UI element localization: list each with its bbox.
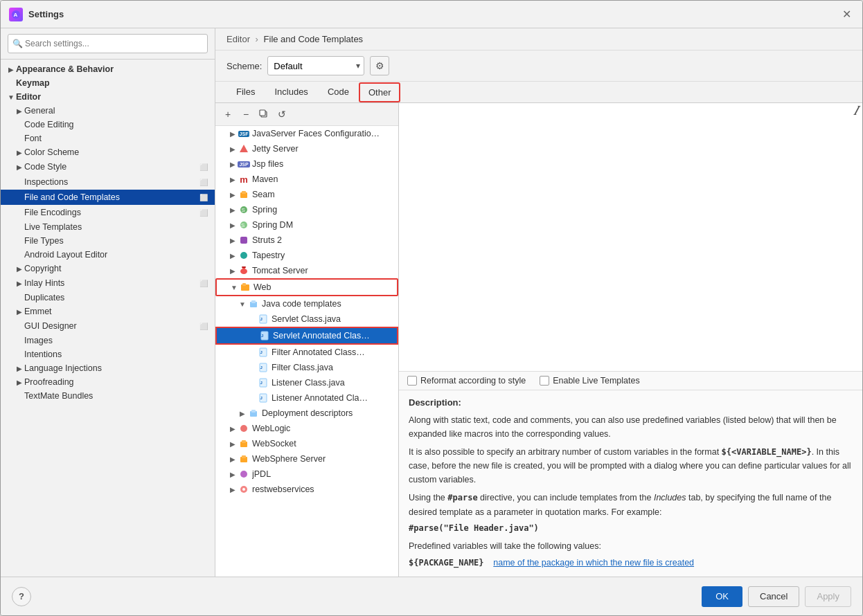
tab-files[interactable]: Files <box>226 82 265 103</box>
file-tree-item-maven[interactable]: ▶ m Maven <box>215 172 398 187</box>
file-icon-spring-dm: S <box>238 219 250 231</box>
cancel-button[interactable]: Cancel <box>748 586 799 607</box>
sidebar-item-label: Android Layout Editor <box>24 250 209 260</box>
sidebar-item-general[interactable]: ▶ General <box>1 104 215 118</box>
file-tree-item-java-code[interactable]: ▼ Java code templates <box>215 296 398 311</box>
sidebar-item-images[interactable]: Images <box>1 334 215 347</box>
file-tree-label: Listener Annotated Cla… <box>272 393 394 403</box>
sidebar-item-inlay-hints[interactable]: ▶ Inlay Hints ⬜ <box>1 275 215 291</box>
sidebar-item-file-code-templates[interactable]: File and Code Templates ⬜ <box>1 190 215 205</box>
sidebar-item-textmate[interactable]: TextMate Bundles <box>1 389 215 403</box>
file-icon-struts2 <box>238 234 250 246</box>
expand-icon: ▶ <box>228 486 238 493</box>
file-tree-item-weblogic[interactable]: ▶ WebLogic <box>215 421 398 436</box>
reformat-checkbox[interactable] <box>407 376 417 386</box>
sidebar-item-editor[interactable]: ▼ Editor <box>1 90 215 104</box>
file-tree-item-jsp[interactable]: ▶ JSP Jsp files <box>215 156 398 172</box>
editor-area[interactable]: 𝐼 <box>399 103 862 372</box>
sidebar-item-language-injections[interactable]: ▶ Language Injections <box>1 361 215 375</box>
sidebar-item-duplicates[interactable]: Duplicates <box>1 291 215 305</box>
file-tree-item-listener-annotated[interactable]: J Listener Annotated Cla… <box>215 390 398 406</box>
file-tree-item-websocket[interactable]: ▶ WebSocket <box>215 436 398 451</box>
copy-template-button[interactable] <box>256 106 272 123</box>
file-icon-seam <box>238 188 250 201</box>
sidebar-item-label: Language Injections <box>24 363 209 373</box>
tab-code[interactable]: Code <box>318 82 359 103</box>
sidebar-item-font[interactable]: Font <box>1 132 215 145</box>
file-tree-item-filter-annotated[interactable]: J Filter Annotated Class… <box>215 345 398 360</box>
file-tree-item-tomcat[interactable]: ▶ Tomcat Server <box>215 263 398 278</box>
tabs-row: Files Includes Code Other <box>215 82 862 103</box>
svg-rect-36 <box>242 440 246 443</box>
sidebar-item-code-editing[interactable]: Code Editing <box>1 118 215 132</box>
sidebar-item-file-types[interactable]: File Types <box>1 234 215 248</box>
sidebar-item-code-style[interactable]: ▶ Code Style ⬜ <box>1 159 215 174</box>
expand-icon: ▶ <box>228 471 238 478</box>
remove-template-button[interactable]: − <box>238 106 254 123</box>
file-tree-item-jetty[interactable]: ▶ Jetty Server <box>215 141 398 156</box>
expand-icon: ▶ <box>228 145 238 153</box>
file-icon-restwebservices <box>238 483 250 496</box>
sidebar-item-intentions[interactable]: Intentions <box>1 347 215 361</box>
expand-icon: ▶ <box>228 425 238 433</box>
file-tree-label: Web <box>253 282 393 292</box>
sidebar-item-label: Live Templates <box>24 222 209 232</box>
svg-rect-6 <box>242 191 246 194</box>
file-tree-scroll: ▶ JSF JavaServer Faces Configuratio… ▶ <box>215 126 398 577</box>
sidebar-item-inspections[interactable]: Inspections ⬜ <box>1 174 215 190</box>
sidebar-item-label: Copyright <box>24 264 209 273</box>
file-icon-weblogic <box>238 422 250 435</box>
help-button[interactable]: ? <box>12 587 31 606</box>
badge-icon: ⬜ <box>198 278 209 289</box>
sidebar-item-label: Inlay Hints <box>24 278 198 288</box>
sidebar-item-proofreading[interactable]: ▶ Proofreading <box>1 375 215 389</box>
tab-other[interactable]: Other <box>359 82 401 102</box>
settings-dialog: A Settings ✕ 🔍 ▶ Appearance & Behavior <box>0 0 863 616</box>
file-tree-item-spring[interactable]: ▶ S Spring <box>215 202 398 217</box>
gear-button[interactable]: ⚙ <box>370 56 389 75</box>
sidebar-item-emmet[interactable]: ▶ Emmet <box>1 305 215 318</box>
sidebar-item-file-encodings[interactable]: File Encodings ⬜ <box>1 205 215 220</box>
expand-icon: ▶ <box>228 252 238 260</box>
sidebar-tree: ▶ Appearance & Behavior Keymap ▼ Editor … <box>1 60 215 577</box>
reset-template-button[interactable]: ↺ <box>274 106 290 123</box>
file-tree-item-deployment[interactable]: ▶ Deployment descriptors <box>215 406 398 421</box>
sidebar-item-live-templates[interactable]: Live Templates <box>1 220 215 234</box>
reformat-checkbox-label[interactable]: Reformat according to style <box>407 376 526 386</box>
file-tree-item-servlet-class[interactable]: J Servlet Class.java <box>215 311 398 327</box>
apply-button[interactable]: Apply <box>805 586 851 607</box>
file-tree-item-tapestry[interactable]: ▶ Tapestry <box>215 248 398 263</box>
file-icon-filter-class: J <box>257 361 269 374</box>
sidebar-item-android-layout[interactable]: Android Layout Editor <box>1 248 215 262</box>
file-tree-item-restwebservices[interactable]: ▶ restwebservices <box>215 482 398 497</box>
sidebar-item-gui-designer[interactable]: GUI Designer ⬜ <box>1 318 215 334</box>
file-tree-item-seam[interactable]: ▶ Seam <box>215 187 398 202</box>
sidebar-item-color-scheme[interactable]: ▶ Color Scheme <box>1 145 215 159</box>
file-tree-item-servlet-annotated[interactable]: J Servlet Annotated Clas… <box>215 327 398 345</box>
file-tree-item-jpdl[interactable]: ▶ jPDL <box>215 466 398 482</box>
scheme-select[interactable]: Default Project <box>267 56 364 75</box>
file-tree-item-struts2[interactable]: ▶ Struts 2 <box>215 233 398 248</box>
sidebar-item-appearance[interactable]: ▶ Appearance & Behavior <box>1 62 215 76</box>
add-template-button[interactable]: + <box>220 106 236 123</box>
sidebar-item-label: General <box>24 106 209 116</box>
file-tree-item-jsf[interactable]: ▶ JSF JavaServer Faces Configuratio… <box>215 126 398 141</box>
live-templates-checkbox-label[interactable]: Enable Live Templates <box>540 376 640 386</box>
badge-icon: ⬜ <box>198 176 209 188</box>
file-tree-item-filter-class[interactable]: J Filter Class.java <box>215 360 398 375</box>
live-templates-checkbox[interactable] <box>540 376 549 386</box>
file-tree-label: Tomcat Server <box>252 266 394 275</box>
file-tree-item-listener-class[interactable]: J Listener Class.java <box>215 375 398 390</box>
sidebar-item-label: File Encodings <box>24 208 198 217</box>
file-icon-websocket <box>238 437 250 450</box>
file-tree-item-websphere[interactable]: ▶ WebSphere Server <box>215 451 398 466</box>
ok-button[interactable]: OK <box>702 586 742 607</box>
sidebar-item-copyright[interactable]: ▶ Copyright <box>1 262 215 275</box>
close-button[interactable]: ✕ <box>839 7 854 22</box>
tab-includes[interactable]: Includes <box>265 82 317 103</box>
file-tree-item-spring-dm[interactable]: ▶ S Spring DM <box>215 217 398 233</box>
sidebar-item-keymap[interactable]: Keymap <box>1 76 215 90</box>
file-tree-item-web[interactable]: ▼ Web <box>215 278 398 296</box>
scheme-label: Scheme: <box>226 61 262 71</box>
search-input[interactable] <box>8 34 208 53</box>
